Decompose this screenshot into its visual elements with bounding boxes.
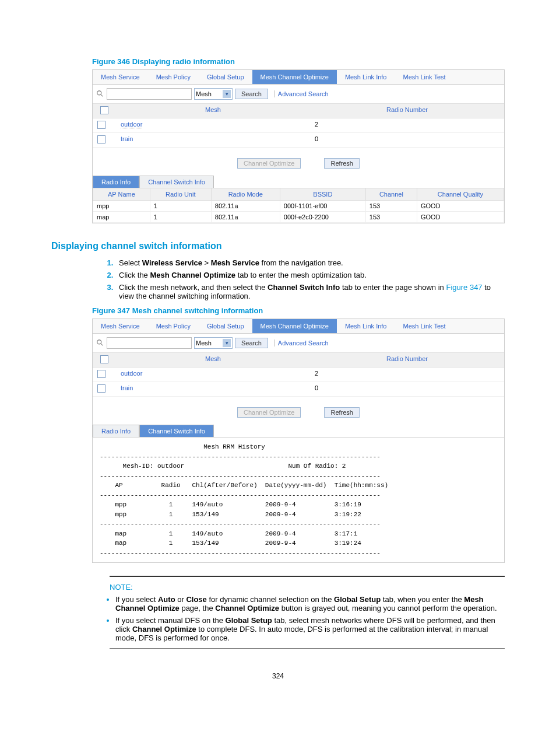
cell: 1 [150, 212, 211, 223]
sub-tabs: Radio Info Channel Switch Info [93, 425, 504, 437]
figure-347-link[interactable]: Figure 347 [446, 283, 482, 292]
txt: Wireless Service [142, 258, 202, 267]
sub-tabs: Radio Info Channel Switch Info [93, 176, 504, 188]
cell: 802.11a [211, 212, 280, 223]
txt: Click the mesh network, and then select … [119, 283, 268, 292]
steps-list: Select Wireless Service > Mesh Service f… [115, 258, 505, 300]
row-checkbox[interactable] [97, 121, 105, 129]
tab-global-setup[interactable]: Global Setup [199, 319, 252, 333]
advanced-search-link[interactable]: Advanced Search [274, 90, 329, 97]
cell: 1 [150, 201, 211, 212]
row-checkbox[interactable] [97, 370, 105, 378]
tab-mesh-service[interactable]: Mesh Service [93, 319, 148, 333]
tab-mesh-link-test[interactable]: Mesh Link Test [395, 70, 453, 84]
svg-line-3 [101, 344, 103, 346]
cell: map [93, 212, 150, 223]
col-channel-quality: Channel Quality [417, 188, 504, 201]
mesh-row-num: 2 [310, 368, 504, 382]
refresh-button[interactable]: Refresh [324, 407, 360, 418]
select-all-checkbox[interactable] [100, 106, 108, 114]
search-input[interactable] [107, 337, 192, 349]
col-mesh: Mesh [116, 353, 310, 367]
search-input[interactable] [107, 88, 192, 100]
cell: GOOD [417, 201, 504, 212]
search-select-value: Mesh [196, 340, 212, 346]
mesh-row-num: 0 [310, 133, 504, 147]
col-mesh: Mesh [116, 104, 310, 118]
col-bssid: BSSID [280, 188, 365, 201]
row-checkbox[interactable] [97, 384, 105, 393]
tab-mesh-channel-optimize[interactable]: Mesh Channel Optimize [252, 70, 337, 84]
channel-optimize-button[interactable]: Channel Optimize [237, 407, 301, 418]
subtab-channel-switch-info[interactable]: Channel Switch Info [139, 425, 214, 437]
note-list: If you select Auto or Close for dynamic … [115, 595, 505, 642]
mesh-link-train[interactable]: train [121, 135, 133, 142]
search-button[interactable]: Search [235, 89, 268, 99]
search-button[interactable]: Search [235, 338, 268, 348]
txt: Close [186, 595, 206, 604]
mesh-table-header: Mesh Radio Number [93, 104, 504, 118]
search-row: Mesh ▾ Search Advanced Search [93, 85, 504, 104]
txt: If you select [115, 595, 158, 604]
txt: Click the [119, 271, 150, 279]
tab-mesh-policy[interactable]: Mesh Policy [148, 70, 199, 84]
search-category-select[interactable]: Mesh ▾ [194, 88, 233, 100]
mesh-row: train 0 [93, 133, 504, 148]
step-1: Select Wireless Service > Mesh Service f… [115, 258, 505, 267]
tab-mesh-policy[interactable]: Mesh Policy [148, 319, 199, 333]
middle-buttons: Channel Optimize Refresh [93, 148, 504, 172]
txt: Channel Optimize [132, 625, 196, 634]
col-ap-name: AP Name [93, 188, 150, 201]
subtab-radio-info[interactable]: Radio Info [93, 425, 139, 437]
mesh-link-train[interactable]: train [121, 384, 133, 391]
txt: If you select manual DFS on the [115, 616, 226, 625]
tab-mesh-link-test[interactable]: Mesh Link Test [395, 319, 453, 333]
channel-optimize-button[interactable]: Channel Optimize [237, 158, 301, 169]
select-all-checkbox[interactable] [100, 355, 108, 363]
mesh-link-outdoor[interactable]: outdoor [121, 121, 142, 128]
page-number: 324 [51, 672, 505, 680]
refresh-button[interactable]: Refresh [324, 158, 360, 169]
txt: Mesh Service [211, 258, 259, 267]
step-2: Click the Mesh Channel Optimize tab to e… [115, 271, 505, 279]
chevron-down-icon: ▾ [223, 339, 231, 347]
row-checkbox[interactable] [97, 135, 105, 144]
tab-mesh-service[interactable]: Mesh Service [93, 70, 148, 84]
cell: GOOD [417, 212, 504, 223]
search-icon [96, 90, 104, 98]
txt: Channel Switch Info [268, 283, 340, 292]
mesh-row: outdoor 2 [93, 118, 504, 133]
note-rule-bottom [110, 648, 505, 649]
mesh-link-outdoor[interactable]: outdoor [121, 370, 142, 377]
txt: button is grayed out, meaning you cannot… [279, 604, 497, 612]
cell: 153 [365, 212, 417, 223]
search-icon [96, 339, 104, 347]
txt: Auto [158, 595, 175, 604]
advanced-search-link[interactable]: Advanced Search [274, 340, 329, 346]
subtab-radio-info[interactable]: Radio Info [93, 176, 139, 188]
tab-mesh-link-info[interactable]: Mesh Link Info [337, 319, 395, 333]
panel-radio-info: Mesh Service Mesh Policy Global Setup Me… [92, 69, 505, 223]
search-category-select[interactable]: Mesh ▾ [194, 337, 233, 349]
col-radio-unit: Radio Unit [150, 188, 211, 201]
chevron-down-icon: ▾ [223, 90, 231, 98]
txt: Mesh Channel Optimize [150, 271, 235, 279]
mesh-rrm-history: Mesh RRM History -----------------------… [93, 437, 504, 562]
txt: for dynamic channel selection on the [207, 595, 334, 604]
section-heading: Displaying channel switch information [51, 241, 505, 251]
svg-line-1 [101, 94, 103, 97]
subtab-channel-switch-info[interactable]: Channel Switch Info [139, 176, 214, 188]
tab-mesh-link-info[interactable]: Mesh Link Info [337, 70, 395, 84]
table-row: map 1 802.11a 000f-e2c0-2200 153 GOOD [93, 212, 504, 223]
tab-mesh-channel-optimize[interactable]: Mesh Channel Optimize [252, 319, 337, 333]
txt: tab to enter the mesh optimization tab. [235, 271, 367, 279]
mesh-row-num: 0 [310, 382, 504, 396]
mesh-row-num: 2 [310, 118, 504, 132]
note-item: If you select manual DFS on the Global S… [115, 616, 505, 642]
tab-global-setup[interactable]: Global Setup [199, 70, 252, 84]
figure-346-caption: Figure 346 Displaying radio information [92, 57, 505, 66]
cell: 000f-e2c0-2200 [280, 212, 365, 223]
search-select-value: Mesh [196, 90, 212, 97]
mesh-table-header: Mesh Radio Number [93, 353, 504, 368]
cell: 153 [365, 201, 417, 212]
